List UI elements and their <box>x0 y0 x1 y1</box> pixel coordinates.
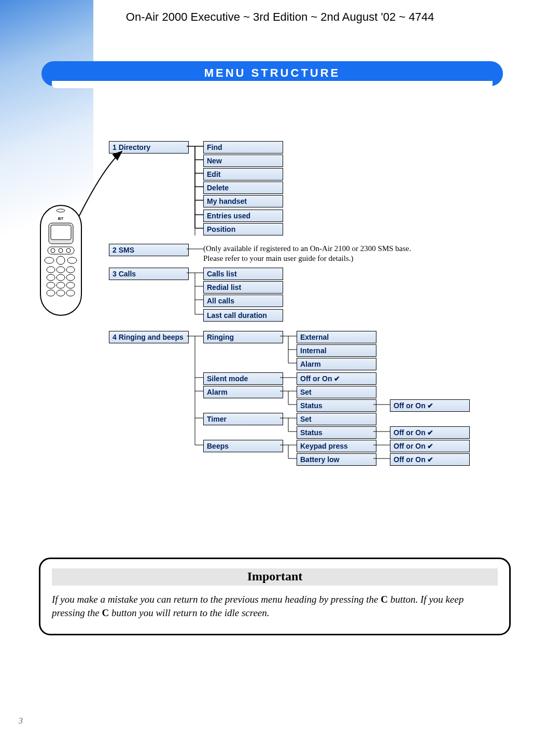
text: button you will return to the idle scree… <box>109 607 269 618</box>
important-body: If you make a mistake you can return to … <box>52 593 498 619</box>
svg-point-61 <box>57 290 65 296</box>
page-header: On-Air 2000 Executive ~ 3rd Edition ~ 2n… <box>0 10 560 24</box>
svg-point-54 <box>47 274 55 281</box>
svg-point-45 <box>51 248 55 253</box>
svg-point-62 <box>66 290 75 296</box>
page-number: 3 <box>19 716 23 726</box>
section-title: MENU STRUCTURE <box>41 66 503 80</box>
handset-illustration-icon: BT <box>36 202 86 319</box>
important-heading: Important <box>52 568 498 586</box>
svg-rect-43 <box>51 225 71 240</box>
svg-point-48 <box>45 257 54 263</box>
menu-structure-diagram: 1 Directory 2 SMS 3 Calls 4 Ringing and … <box>31 140 529 472</box>
svg-point-60 <box>47 290 55 296</box>
svg-point-51 <box>47 267 55 273</box>
svg-point-58 <box>57 282 65 288</box>
svg-point-50 <box>57 256 65 265</box>
important-box: Important If you make a mistake you can … <box>39 558 511 635</box>
c-button-ref: C <box>102 607 109 618</box>
text: If you make a mistake you can return to … <box>52 594 381 605</box>
svg-point-59 <box>66 282 75 288</box>
section-title-banner: MENU STRUCTURE <box>41 61 503 86</box>
svg-point-57 <box>47 282 55 288</box>
svg-point-49 <box>67 257 77 263</box>
svg-point-56 <box>66 274 75 281</box>
svg-point-47 <box>66 248 71 253</box>
c-button-ref: C <box>381 594 388 605</box>
svg-text:BT: BT <box>58 216 64 221</box>
svg-point-53 <box>66 267 75 273</box>
svg-point-46 <box>59 248 63 253</box>
connector-lines <box>31 140 529 472</box>
svg-point-52 <box>57 267 65 273</box>
svg-point-55 <box>57 274 65 281</box>
